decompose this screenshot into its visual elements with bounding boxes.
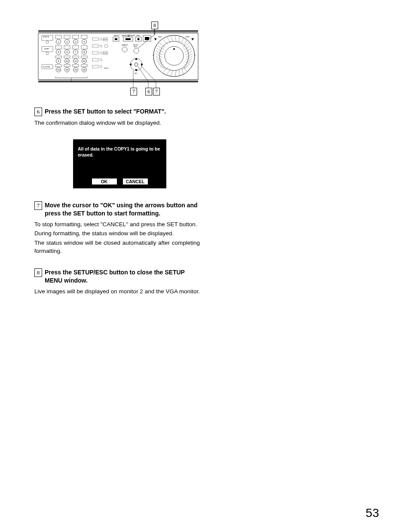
svg-rect-62 <box>92 38 98 40</box>
svg-line-119 <box>186 53 193 58</box>
svg-marker-99 <box>141 63 143 66</box>
svg-point-95 <box>135 63 138 66</box>
svg-rect-58 <box>81 65 87 67</box>
svg-point-86 <box>138 38 140 40</box>
svg-rect-31 <box>73 46 79 49</box>
svg-line-135 <box>175 71 176 76</box>
svg-rect-71 <box>103 52 107 53</box>
step-7-title: Move the cursor to "OK" using the arrows… <box>45 201 200 218</box>
svg-line-159 <box>147 34 155 35</box>
svg-text:REV: REV <box>158 36 162 38</box>
svg-rect-80 <box>115 38 117 40</box>
svg-marker-142 <box>191 38 194 40</box>
svg-text:12: 12 <box>83 60 86 62</box>
svg-rect-28 <box>64 46 70 49</box>
svg-line-121 <box>186 58 192 63</box>
step-8: 8 Press the SETUP/ESC button to close th… <box>34 268 200 295</box>
svg-text:▶PLAY ▌▌PAUSE: ▶PLAY ▌▌PAUSE <box>122 34 135 37</box>
svg-text:BUSY: BUSY <box>104 68 109 69</box>
svg-text:■STOP: ■STOP <box>114 35 119 37</box>
page-number: 53 <box>366 506 379 520</box>
svg-text:9: 9 <box>58 60 59 62</box>
svg-line-111 <box>156 58 162 63</box>
svg-text:●REC: ●REC <box>136 35 141 37</box>
svg-point-63 <box>100 38 102 40</box>
step-6-number: 6 <box>34 108 42 116</box>
svg-rect-43 <box>73 56 79 58</box>
svg-rect-34 <box>81 46 87 49</box>
svg-text:D.ZOOM: D.ZOOM <box>43 66 50 68</box>
svg-point-93 <box>134 48 139 53</box>
svg-line-112 <box>157 61 163 65</box>
svg-point-74 <box>100 59 102 61</box>
svg-rect-37 <box>55 56 61 58</box>
svg-text:2: 2 <box>67 40 68 43</box>
step-6-body: The confirmation dialog window will be d… <box>34 119 200 127</box>
svg-marker-97 <box>135 69 138 71</box>
svg-text:SEARCH: SEARCH <box>122 44 128 46</box>
svg-text:4: 4 <box>84 40 85 43</box>
step-8-body: Live images will be displayed on monitor… <box>34 287 200 296</box>
svg-line-113 <box>158 64 165 68</box>
svg-marker-98 <box>129 63 132 66</box>
svg-rect-19 <box>73 35 79 39</box>
svg-point-67 <box>100 45 102 47</box>
svg-rect-55 <box>73 65 79 67</box>
svg-point-76 <box>100 66 102 68</box>
svg-line-151 <box>147 29 155 35</box>
svg-text:6: 6 <box>67 51 68 53</box>
svg-text:FWD: FWD <box>186 36 190 38</box>
confirmation-dialog: All of data in the COPY1 is going to be … <box>73 139 166 188</box>
svg-point-90 <box>122 47 127 52</box>
step-7: 7 Move the cursor to "OK" using the arro… <box>34 201 200 255</box>
svg-rect-22 <box>81 35 87 39</box>
step-8-number: 8 <box>34 268 42 277</box>
svg-line-134 <box>171 70 173 76</box>
svg-text:15: 15 <box>74 68 77 71</box>
step-8-title: Press the SETUP/ESC button to close the … <box>45 268 200 285</box>
svg-rect-13 <box>55 35 61 39</box>
svg-text:SHIFT: SHIFT <box>44 48 49 50</box>
svg-rect-2 <box>38 33 198 80</box>
svg-text:14: 14 <box>66 68 68 71</box>
step-6: 6 Press the SET button to select "FORMAT… <box>34 108 200 127</box>
svg-line-120 <box>186 56 193 60</box>
svg-line-124 <box>182 66 188 70</box>
svg-text:8: 8 <box>84 51 85 53</box>
svg-point-104 <box>173 48 175 50</box>
svg-rect-75 <box>92 65 98 68</box>
svg-point-94 <box>130 58 142 71</box>
dialog-cancel-button: CANCEL <box>123 178 148 185</box>
svg-text:SET: SET <box>135 73 138 74</box>
svg-line-160 <box>147 34 155 36</box>
svg-line-122 <box>185 61 191 65</box>
svg-line-127 <box>171 36 173 42</box>
svg-text:11: 11 <box>74 60 77 62</box>
svg-text:10: 10 <box>66 60 68 62</box>
svg-text:5: 5 <box>58 51 59 53</box>
step-7-body-2: During formatting, the status window wil… <box>34 229 200 238</box>
svg-rect-66 <box>92 45 98 47</box>
svg-text:ESC: ESC <box>134 46 138 48</box>
svg-point-102 <box>159 41 189 71</box>
svg-point-68 <box>104 44 108 48</box>
step-6-title: Press the SET button to select "FORMAT". <box>45 108 200 116</box>
svg-line-115 <box>183 43 189 47</box>
step-7-body-1: To stop formatting, select "CANCEL" and … <box>34 220 200 229</box>
svg-marker-141 <box>154 38 157 40</box>
svg-rect-73 <box>92 58 98 61</box>
svg-rect-65 <box>103 40 107 41</box>
svg-rect-46 <box>81 56 87 58</box>
svg-point-10 <box>46 52 49 55</box>
svg-rect-40 <box>64 56 70 58</box>
svg-line-131 <box>184 40 187 45</box>
svg-rect-69 <box>92 52 98 54</box>
svg-point-7 <box>46 41 49 43</box>
svg-rect-16 <box>64 35 70 39</box>
svg-rect-88 <box>145 37 149 40</box>
callout-7-right: 7 <box>153 88 160 95</box>
svg-line-108 <box>156 51 162 55</box>
svg-text:16: 16 <box>83 68 86 71</box>
svg-rect-49 <box>55 65 61 67</box>
dialog-message: All of data in the COPY1 is going to be … <box>73 140 166 178</box>
